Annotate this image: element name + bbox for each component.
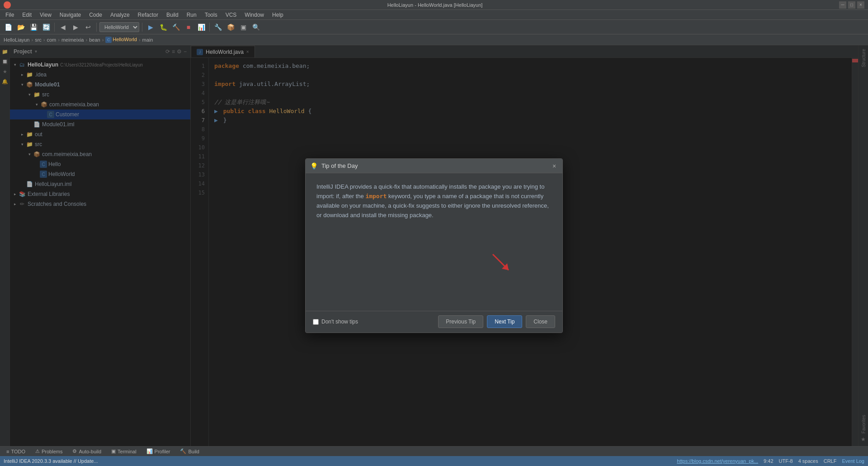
tab-auto-build[interactable]: ⚙ Auto-build — [68, 447, 106, 455]
dialog-close-button[interactable]: × — [551, 162, 558, 170]
stop-button[interactable]: ■ — [183, 22, 194, 33]
separator — [54, 23, 55, 32]
breadcrumb-item-src[interactable]: src — [35, 37, 42, 43]
undo-button[interactable]: ↩ — [83, 22, 94, 33]
tab-terminal-label: Terminal — [118, 449, 137, 454]
previous-tip-button[interactable]: Previous Tip — [438, 315, 483, 328]
dialog-body-text: IntelliJ IDEA provides a quick-fix that … — [316, 182, 552, 220]
terminal-icon: ▣ — [111, 448, 116, 454]
red-arrow-svg — [488, 250, 515, 277]
tab-problems-label: Problems — [42, 449, 62, 454]
build-icon: 🔨 — [180, 448, 186, 454]
run-button[interactable]: ▶ — [145, 22, 156, 33]
separator2 — [96, 23, 97, 32]
breadcrumb-item-helloworld-cls[interactable]: CHelloWorld — [105, 37, 137, 43]
menu-run[interactable]: Run — [183, 11, 200, 19]
maximize-button[interactable]: □ — [848, 1, 855, 9]
window-title: HelloLiayun - HelloWorld.java [HelloLiay… — [31, 2, 839, 8]
tab-auto-build-label: Auto-build — [79, 449, 101, 454]
dialog-footer-left: Don't show tips — [313, 319, 358, 325]
dialog-titlebar: 💡 Tip of the Day × — [306, 159, 562, 173]
menubar: File Edit View Navigate Code Analyze Ref… — [0, 10, 868, 20]
new-file-button[interactable]: 📄 — [3, 22, 14, 33]
status-message: IntelliJ IDEA 2020.3.3 available // Upda… — [4, 458, 98, 464]
tab-profiler-label: Profiler — [155, 449, 170, 454]
status-encoding: UTF-8 — [779, 458, 793, 464]
debug-button[interactable]: 🐛 — [158, 22, 169, 33]
breadcrumb-item-helloliayun[interactable]: HelloLiayun — [4, 37, 29, 43]
separator4 — [209, 23, 210, 32]
minimize-button[interactable]: ─ — [839, 1, 846, 9]
menu-code[interactable]: Code — [85, 11, 106, 19]
dialog-title-area: 💡 Tip of the Day — [310, 162, 358, 170]
window-controls[interactable]: ─ □ × — [839, 1, 864, 9]
status-line-sep: CRLF — [824, 458, 837, 464]
menu-view[interactable]: View — [36, 11, 55, 19]
breadcrumb-item-bean[interactable]: bean — [89, 37, 100, 43]
menu-file[interactable]: File — [2, 11, 18, 19]
menu-refactor[interactable]: Refactor — [134, 11, 162, 19]
project-config-dropdown[interactable]: HelloWorld — [99, 22, 139, 32]
dialog-footer: Don't show tips Previous Tip Next Tip Cl… — [306, 311, 562, 333]
search-everywhere-button[interactable]: 🔍 — [250, 22, 261, 33]
titlebar: HelloLiayun - HelloWorld.java [HelloLiay… — [0, 0, 868, 10]
tip-of-day-dialog: 💡 Tip of the Day × IntelliJ IDEA provide… — [305, 158, 563, 333]
menu-tools[interactable]: Tools — [201, 11, 221, 19]
breadcrumb: HelloLiayun › src › com › meimeixia › be… — [0, 34, 868, 45]
settings-button[interactable]: 🔧 — [212, 22, 223, 33]
forward-button[interactable]: ▶ — [70, 22, 81, 33]
main-layout: 📁 🔲 ★ 🔔 Project ▾ ⟳ ≡ ⚙ − ▾ 🗂 HelloLiayu… — [0, 45, 868, 446]
refresh-button[interactable]: 🔄 — [41, 22, 52, 33]
dialog-body: IntelliJ IDEA provides a quick-fix that … — [306, 173, 562, 310]
profiler-icon: 📊 — [146, 448, 153, 454]
dialog-title-text: Tip of the Day — [321, 162, 358, 169]
tab-terminal[interactable]: ▣ Terminal — [107, 447, 141, 455]
save-button[interactable]: 💾 — [28, 22, 39, 33]
svg-marker-1 — [502, 263, 509, 270]
menu-help[interactable]: Help — [269, 11, 287, 19]
dialog-import-keyword: import — [365, 193, 387, 200]
layout-button[interactable]: ▣ — [238, 22, 249, 33]
build-button[interactable]: 🔨 — [170, 22, 181, 33]
open-button[interactable]: 📂 — [15, 22, 26, 33]
breadcrumb-item-meimeixia[interactable]: meimeixia — [61, 37, 84, 43]
toolbar: 📄 📂 💾 🔄 ◀ ▶ ↩ HelloWorld ▶ 🐛 🔨 ■ 📊 🔧 📦 ▣… — [0, 20, 868, 34]
bottom-tabs: ≡ TODO ⚠ Problems ⚙ Auto-build ▣ Termina… — [0, 446, 868, 456]
sdk-button[interactable]: 📦 — [225, 22, 236, 33]
status-bar: IntelliJ IDEA 2020.3.3 available // Upda… — [0, 456, 868, 466]
problems-icon: ⚠ — [35, 448, 40, 454]
auto-build-icon: ⚙ — [72, 448, 77, 454]
run-coverage-button[interactable]: 📊 — [196, 22, 207, 33]
red-arrow-annotation — [294, 250, 529, 277]
tab-build[interactable]: 🔨 Build — [175, 447, 203, 455]
menu-navigate[interactable]: Navigate — [56, 11, 85, 19]
app-icon — [4, 1, 11, 9]
event-log-button[interactable]: Event Log — [842, 458, 864, 464]
back-button[interactable]: ◀ — [57, 22, 68, 33]
close-dialog-button[interactable]: Close — [526, 315, 555, 328]
close-button[interactable]: × — [857, 1, 864, 9]
dialog-overlay: 💡 Tip of the Day × IntelliJ IDEA provide… — [0, 45, 868, 446]
separator3 — [142, 23, 142, 32]
tab-build-label: Build — [188, 449, 199, 454]
menu-analyze[interactable]: Analyze — [107, 11, 133, 19]
next-tip-button[interactable]: Next Tip — [487, 315, 522, 328]
dont-show-tips-label: Don't show tips — [321, 319, 358, 325]
dialog-title-icon: 💡 — [310, 162, 318, 170]
breadcrumb-item-main[interactable]: main — [142, 37, 153, 43]
dont-show-tips-checkbox[interactable] — [313, 319, 319, 325]
menu-window[interactable]: Window — [241, 11, 268, 19]
menu-build[interactable]: Build — [163, 11, 182, 19]
tab-profiler[interactable]: 📊 Profiler — [142, 447, 175, 455]
tab-todo-label: TODO — [11, 449, 25, 454]
dialog-footer-buttons: Previous Tip Next Tip Close — [438, 315, 555, 328]
menu-edit[interactable]: Edit — [19, 11, 35, 19]
status-position: 9:42 — [764, 458, 773, 464]
menu-vcs[interactable]: VCS — [222, 11, 241, 19]
breadcrumb-item-com[interactable]: com — [47, 37, 57, 43]
tab-problems[interactable]: ⚠ Problems — [31, 447, 67, 455]
status-link[interactable]: https://blog.csdn.net/yerenyuan_pk... — [677, 458, 758, 464]
tab-todo[interactable]: ≡ TODO — [2, 448, 30, 455]
status-spaces: 4 spaces — [798, 458, 818, 464]
todo-icon: ≡ — [6, 449, 9, 454]
